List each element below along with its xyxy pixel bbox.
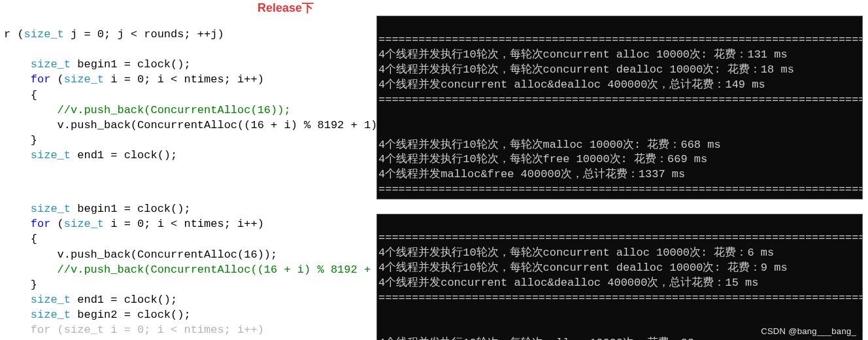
code-line-comment: //v.push_back(ConcurrentAlloc(16)); [4,104,291,116]
term-line: 4个线程并发执行10轮次，每轮次concurrent dealloc 10000… [378,262,788,274]
terminal-output-1: ========================================… [376,16,863,199]
terminal-column: ========================================… [376,16,863,340]
code-line: size_t begin1 = clock(); [4,58,191,71]
code-line: size_t end1 = clock(); [4,294,177,306]
code-line-comment: //v.push_back(ConcurrentAlloc((16 + i) %… [4,264,404,276]
term-rule: ========================================… [378,183,863,196]
code-line: v.push_back(ConcurrentAlloc((16 + i) % 8… [4,119,391,131]
code-block-1: r (size_t j = 0; j < rounds; ++j) size_t… [0,12,376,163]
term-line: 4个线程并发concurrent alloc&dealloc 400000次，总… [378,277,758,289]
terminal-output-2: ========================================… [376,214,863,340]
code-line: for (size_t i = 0; i < ntimes; i++) [4,73,264,86]
code-block-2: size_t begin1 = clock(); for (size_t i =… [0,186,376,337]
term-line: 4个线程并发执行10轮次，每轮次concurrent dealloc 10000… [378,63,794,76]
term-line: 4个线程并发执行10轮次，每轮次concurrent alloc 10000次:… [378,48,788,61]
term-line: 4个线程并发malloc&free 400000次，总计花费：1337 ms [378,168,685,180]
code-line: { [4,89,37,101]
code-line: size_t end1 = clock(); [4,149,177,162]
term-rule: ========================================… [378,33,863,46]
code-line: size_t begin2 = clock(); [4,309,191,321]
term-line: 4个线程并发执行10轮次，每轮次malloc 10000次: 花费：668 ms [378,139,721,151]
term-line: 4个线程并发执行10轮次，每轮次malloc 10000次: 花费：23 ms [378,337,714,340]
code-column: r (size_t j = 0; j < rounds; ++j) size_t… [0,12,376,337]
term-line: 4个线程并发concurrent alloc&dealloc 400000次，总… [378,78,765,91]
code-line: } [4,279,37,291]
code-line: { [4,233,37,245]
term-line: 4个线程并发执行10轮次，每轮次free 10000次: 花费：669 ms [378,153,707,165]
code-line: } [4,134,37,146]
term-rule: ========================================… [378,94,863,106]
code-line: r (size_t j = 0; j < rounds; ++j) [4,28,224,41]
code-line: for (size_t i = 0; i < ntimes; i++) [4,218,264,230]
code-line: v.push_back(ConcurrentAlloc(16)); [4,248,277,261]
term-rule: ========================================… [378,292,863,304]
term-rule: ========================================… [378,231,863,244]
watermark: CSDN @bang___bang_ [761,326,856,337]
code-line-faded: for (size_t i = 0; i < ntimes; i++) [4,324,264,336]
code-line: size_t begin1 = clock(); [4,203,191,215]
term-line: 4个线程并发执行10轮次，每轮次concurrent alloc 10000次:… [378,246,774,259]
